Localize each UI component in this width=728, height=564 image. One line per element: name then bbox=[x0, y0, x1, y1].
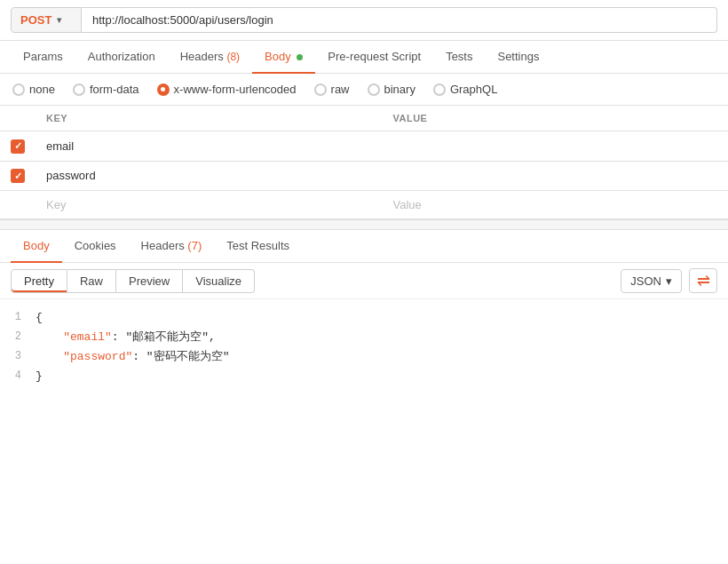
value-col-header: VALUE bbox=[382, 106, 728, 131]
radio-urlencoded-label: x-www-form-urlencoded bbox=[174, 83, 297, 96]
wrap-icon: ⇌ bbox=[697, 273, 710, 289]
body-dot bbox=[297, 54, 303, 60]
wrap-button[interactable]: ⇌ bbox=[689, 268, 717, 293]
line-num-3: 3 bbox=[0, 347, 36, 365]
method-label: POST bbox=[20, 13, 51, 27]
code-email-line: "email": "邮箱不能为空", bbox=[36, 328, 728, 347]
radio-form-data-label: form-data bbox=[90, 83, 139, 96]
code-password-key: "password" bbox=[63, 350, 132, 363]
radio-urlencoded[interactable]: x-www-form-urlencoded bbox=[157, 83, 297, 96]
tab-params[interactable]: Params bbox=[11, 41, 75, 74]
json-chevron-icon: ▾ bbox=[666, 274, 672, 288]
format-preview-btn[interactable]: Preview bbox=[116, 269, 183, 293]
code-line-4: 4 } bbox=[0, 367, 728, 386]
placeholder-row: Key Value bbox=[0, 191, 728, 219]
format-visualize-btn[interactable]: Visualize bbox=[183, 269, 255, 293]
radio-form-data[interactable]: form-data bbox=[73, 83, 139, 96]
radio-none-circle bbox=[12, 83, 25, 96]
radio-form-data-circle bbox=[73, 83, 85, 96]
radio-graphql-label: GraphQL bbox=[450, 83, 497, 96]
row2-checkbox-cell[interactable] bbox=[0, 161, 36, 191]
radio-raw-label: raw bbox=[331, 83, 350, 96]
resp-tab-headers[interactable]: Headers (7) bbox=[129, 230, 215, 263]
code-password-val: "密码不能为空" bbox=[146, 350, 230, 363]
method-chevron-icon: ▾ bbox=[57, 15, 61, 25]
code-line-3: 3 "password": "密码不能为空" bbox=[0, 347, 728, 367]
table-row: email bbox=[0, 131, 728, 162]
method-selector[interactable]: POST ▾ bbox=[11, 7, 82, 33]
response-tabs: Body Cookies Headers (7) Test Results bbox=[0, 230, 728, 263]
format-pretty-btn[interactable]: Pretty bbox=[11, 269, 67, 293]
code-line-2: 2 "email": "邮箱不能为空", bbox=[0, 328, 728, 347]
row1-checkbox[interactable] bbox=[11, 139, 25, 154]
tab-prerequest[interactable]: Pre-request Script bbox=[315, 41, 433, 74]
code-line-1: 1 { bbox=[0, 308, 728, 328]
radio-binary[interactable]: binary bbox=[368, 83, 415, 96]
radio-urlencoded-circle bbox=[157, 83, 170, 96]
resp-tab-test-results[interactable]: Test Results bbox=[214, 230, 302, 263]
radio-binary-circle bbox=[368, 83, 380, 96]
radio-graphql[interactable]: GraphQL bbox=[433, 83, 497, 96]
radio-none[interactable]: none bbox=[12, 83, 55, 96]
request-tabs: Params Authorization Headers (8) Body Pr… bbox=[0, 41, 728, 74]
radio-raw[interactable]: raw bbox=[314, 83, 350, 96]
response-toolbar: Pretty Raw Preview Visualize JSON ▾ ⇌ bbox=[0, 263, 728, 299]
placeholder-checkbox-cell bbox=[0, 191, 36, 219]
code-brace-close: } bbox=[36, 367, 728, 386]
row2-key[interactable]: password bbox=[36, 161, 382, 191]
url-input[interactable] bbox=[82, 7, 717, 33]
resp-tab-body[interactable]: Body bbox=[11, 230, 62, 263]
row1-key[interactable]: email bbox=[36, 131, 382, 162]
line-num-4: 4 bbox=[0, 367, 36, 385]
body-type-options: none form-data x-www-form-urlencoded raw… bbox=[0, 74, 728, 106]
radio-binary-label: binary bbox=[384, 83, 415, 96]
radio-raw-circle bbox=[314, 83, 327, 96]
tab-authorization[interactable]: Authorization bbox=[75, 41, 168, 74]
placeholder-value[interactable]: Value bbox=[382, 191, 728, 219]
resp-tab-cookies[interactable]: Cookies bbox=[62, 230, 129, 263]
tab-body[interactable]: Body bbox=[252, 41, 315, 74]
placeholder-key[interactable]: Key bbox=[36, 191, 382, 219]
table-row: password bbox=[0, 161, 728, 191]
row1-checkbox-cell[interactable] bbox=[0, 131, 36, 162]
tab-headers[interactable]: Headers (8) bbox=[168, 41, 252, 74]
checkbox-col-header bbox=[0, 106, 36, 131]
radio-none-label: none bbox=[29, 83, 55, 96]
radio-graphql-circle bbox=[433, 83, 446, 96]
code-password-line: "password": "密码不能为空" bbox=[36, 347, 728, 367]
kv-table: KEY VALUE email password Key Value bbox=[0, 106, 728, 219]
line-num-1: 1 bbox=[0, 308, 36, 326]
tab-tests[interactable]: Tests bbox=[433, 41, 485, 74]
response-section: Body Cookies Headers (7) Test Results Pr… bbox=[0, 230, 728, 395]
line-num-2: 2 bbox=[0, 328, 36, 346]
format-raw-btn[interactable]: Raw bbox=[67, 269, 116, 293]
key-col-header: KEY bbox=[36, 106, 382, 131]
row2-checkbox[interactable] bbox=[11, 169, 25, 183]
tab-settings[interactable]: Settings bbox=[485, 41, 551, 74]
row2-value[interactable] bbox=[382, 161, 728, 191]
code-brace-open: { bbox=[36, 308, 728, 328]
section-divider bbox=[0, 219, 728, 230]
headers-badge: (8) bbox=[226, 51, 240, 63]
code-email-key: "email" bbox=[63, 330, 112, 344]
row1-value[interactable] bbox=[382, 131, 728, 162]
json-type-selector[interactable]: JSON ▾ bbox=[621, 269, 682, 293]
code-email-val: "邮箱不能为空" bbox=[125, 330, 209, 344]
json-type-label: JSON bbox=[630, 274, 661, 288]
resp-headers-badge: (7) bbox=[187, 239, 202, 252]
code-area: 1 { 2 "email": "邮箱不能为空", 3 "password": "… bbox=[0, 299, 728, 395]
url-bar: POST ▾ bbox=[0, 0, 728, 41]
